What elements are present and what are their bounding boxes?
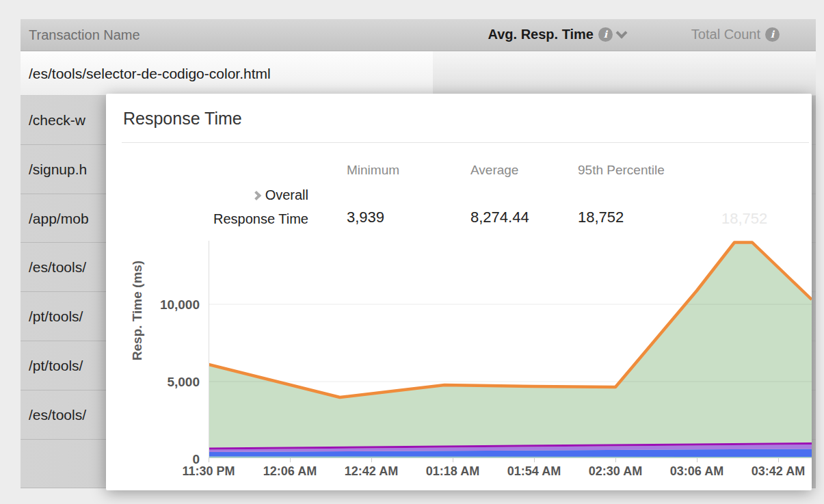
selected-row-transaction-name[interactable]: /es/tools/selector-de-codigo-color.html bbox=[21, 51, 433, 96]
column-header-transaction-name[interactable]: Transaction Name bbox=[29, 27, 140, 43]
y-tick-label: 10,000 bbox=[147, 297, 200, 313]
column-header-avg-resp-time[interactable]: Avg. Resp. Time i bbox=[488, 27, 626, 42]
chevron-down-icon[interactable] bbox=[616, 27, 628, 38]
y-tick-label: 5,000 bbox=[147, 375, 200, 390]
overall-row-toggle[interactable]: Overall bbox=[174, 187, 308, 203]
x-tick-label: 01:18 AM bbox=[415, 464, 490, 479]
table-row-selected[interactable]: /es/tools/selector-de-codigo-color.html bbox=[21, 51, 816, 96]
overall-label: Overall bbox=[265, 187, 308, 202]
column-header-total-count[interactable]: Total Count i bbox=[691, 27, 780, 42]
x-tick-label: 03:42 AM bbox=[741, 464, 816, 479]
stat-value-95th-percentile: 18,752 bbox=[578, 209, 624, 226]
table-header: Transaction Name Avg. Resp. Time i Total… bbox=[21, 19, 816, 51]
divider bbox=[122, 142, 809, 143]
x-tick-label: 12:42 AM bbox=[334, 464, 409, 479]
x-tick-label: 03:06 AM bbox=[659, 464, 734, 479]
x-tick-label: 12:06 AM bbox=[252, 464, 328, 479]
y-axis-title: Resp. Time (ms) bbox=[130, 240, 145, 381]
response-time-chart[interactable] bbox=[209, 241, 812, 464]
stat-header-95th-percentile: 95th Percentile bbox=[578, 163, 665, 178]
stat-value-minimum: 3,939 bbox=[347, 209, 384, 226]
info-icon[interactable]: i bbox=[598, 27, 613, 42]
response-time-modal: Response Time Minimum Average 95th Perce… bbox=[106, 94, 812, 490]
modal-title: Response Time bbox=[123, 109, 242, 129]
chevron-right-icon[interactable] bbox=[252, 191, 261, 200]
response-time-row-label: Response Time bbox=[174, 211, 308, 227]
stat-header-average: Average bbox=[470, 163, 518, 178]
stat-value-average: 8,274.44 bbox=[470, 209, 529, 226]
x-tick-label: 02:30 AM bbox=[578, 464, 653, 479]
column-header-avg-resp-time-label: Avg. Resp. Time bbox=[488, 27, 594, 42]
peak-data-label: 18,752 bbox=[721, 210, 767, 228]
info-icon[interactable]: i bbox=[765, 27, 780, 42]
x-tick-label: 01:54 AM bbox=[496, 464, 572, 479]
column-header-total-count-label: Total Count bbox=[691, 27, 760, 42]
stat-header-minimum: Minimum bbox=[347, 163, 399, 178]
selected-row-metrics-cell bbox=[433, 51, 816, 96]
x-tick-label: 11:30 PM bbox=[171, 464, 246, 479]
page: Transaction Name Avg. Resp. Time i Total… bbox=[0, 0, 824, 504]
